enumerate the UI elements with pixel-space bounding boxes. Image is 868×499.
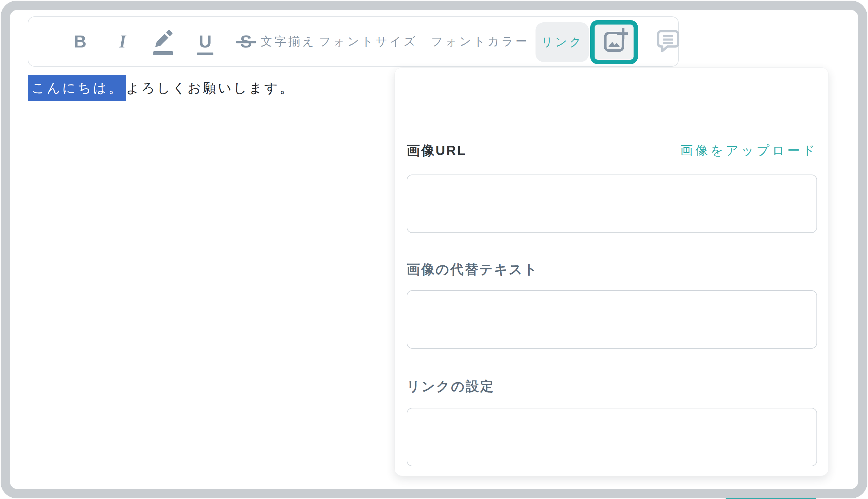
link-setting-input[interactable]: [407, 408, 817, 466]
comment-button[interactable]: [649, 17, 687, 66]
underline-bar: [197, 52, 213, 55]
font-color-label: フォントカラー: [431, 34, 529, 49]
editor-content-area[interactable]: こんにちは。よろしくお願いします。: [18, 72, 383, 478]
image-url-input[interactable]: [407, 174, 817, 233]
highlight-color-button[interactable]: [151, 17, 177, 66]
submit-button[interactable]: 設定する: [725, 497, 817, 499]
font-size-label: フォントサイズ: [319, 34, 418, 49]
font-size-button[interactable]: フォントサイズ: [319, 17, 417, 66]
font-color-button[interactable]: フォントカラー: [431, 17, 530, 66]
italic-label: I: [119, 33, 126, 50]
underline-button[interactable]: U: [194, 17, 216, 66]
comment-icon: [656, 29, 681, 54]
bold-button[interactable]: B: [69, 17, 92, 66]
image-alt-label: 画像の代替テキスト: [407, 261, 538, 278]
formatting-toolbar: B I U: [28, 16, 679, 67]
italic-button[interactable]: I: [111, 17, 134, 66]
insert-image-button[interactable]: [590, 20, 638, 64]
image-alt-input[interactable]: [407, 290, 817, 349]
editor-text: よろしくお願いします。: [126, 81, 295, 95]
selected-text[interactable]: こんにちは。: [28, 75, 126, 101]
underline-label: U: [199, 32, 211, 51]
editor-text-line: こんにちは。よろしくお願いします。: [28, 79, 295, 97]
image-insert-dialog: 画像URL 画像をアップロード 画像の代替テキスト リンクの設定 設定する: [394, 67, 829, 476]
link-setting-label: リンクの設定: [407, 378, 495, 395]
link-label: リンク: [541, 34, 584, 50]
image-url-label: 画像URL: [407, 142, 466, 159]
text-align-label: 文字揃え: [261, 34, 317, 49]
image-add-icon: [600, 28, 628, 57]
bold-label: B: [74, 33, 86, 50]
link-button[interactable]: リンク: [535, 22, 589, 62]
editor-window: B I U: [0, 0, 868, 499]
highlight-pen-icon: [152, 27, 176, 57]
text-align-button[interactable]: 文字揃え: [246, 17, 331, 66]
upload-image-link[interactable]: 画像をアップロード: [680, 142, 818, 159]
